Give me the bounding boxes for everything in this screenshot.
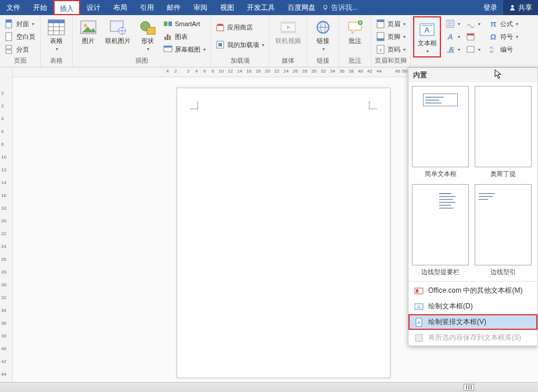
chevron-down-icon: ▾ [403,47,406,52]
group-media: 联机视频 媒体 [270,15,307,67]
svg-rect-19 [147,27,155,34]
textbox-icon: A [419,22,435,37]
smartart-button[interactable]: SmartArt [161,17,208,30]
cover-page-button[interactable]: 封面▾ [2,17,38,30]
svg-rect-7 [6,50,12,53]
page-break-icon [5,45,14,54]
tab-layout[interactable]: 布局 [107,0,134,15]
svg-rect-1 [325,9,326,10]
tab-view[interactable]: 视图 [214,0,241,15]
svg-rect-67 [415,335,422,341]
view-handle[interactable] [464,384,474,391]
gallery-item-simple[interactable]: ▬▬▬▬▬▬▬▬▬▬▬▬▬▬▬▬▬▬▬▬▬ 简单文本框 [412,86,469,178]
menubar: 文件 开始 插入 设计 布局 引用 邮件 审阅 视图 开发工具 百度网盘 告诉我… [0,0,538,15]
online-picture-icon [109,19,127,35]
tell-me[interactable]: 告诉我... [322,3,358,13]
comment-button[interactable]: 批注 [342,16,368,45]
svg-rect-22 [164,37,166,40]
tab-home[interactable]: 开始 [27,0,53,15]
svg-text:A: A [449,46,454,54]
group-label-addins: 加载项 [213,56,267,66]
vertical-textbox-icon: A [414,318,424,327]
table-button[interactable]: 表格▾ [43,16,70,53]
group-label-text [413,64,521,66]
svg-rect-9 [48,20,64,23]
dropdown-title: 内置 [408,68,537,82]
more-textboxes-office[interactable]: Office.com 中的其他文本框(M) [408,283,537,299]
svg-rect-57 [467,34,474,35]
blank-page-button[interactable]: 空白页 [2,30,38,43]
textbox-button-wrapper: A 文本框▾ [413,16,441,57]
svg-point-15 [84,24,87,27]
document-page[interactable] [177,88,390,378]
wordart-button[interactable]: A▾ [443,30,462,43]
svg-rect-20 [164,21,167,26]
textbox-button[interactable]: A 文本框▾ [415,19,439,55]
object-button[interactable]: ▾ [464,43,483,56]
cover-icon [5,19,14,28]
store-button[interactable]: 应用商店 [213,21,267,34]
gallery-item-quote[interactable]: ▬▬▬▬▬▬▬▬▬▬▬▬▬▬▬▬▬ 边线型引 [475,184,532,276]
svg-text:#1: #1 [490,46,494,49]
textbox-gallery: ▬▬▬▬▬▬▬▬▬▬▬▬▬▬▬▬▬▬▬▬▬ 简单文本框 奥斯丁提 ▬▬▬▬▬▬▬… [408,82,537,280]
screenshot-icon [163,45,173,54]
chevron-down-icon: ▾ [458,34,460,39]
equation-icon: π [489,19,498,28]
number-button[interactable]: #1#2编号 [486,43,521,56]
tab-references[interactable]: 引用 [134,0,160,15]
office-icon [414,286,424,296]
signature-button[interactable]: ▾ [464,17,483,30]
tab-mail[interactable]: 邮件 [160,0,187,15]
quick-parts-button[interactable]: ▾ [443,17,462,30]
pictures-button[interactable]: 图片 [75,16,102,45]
svg-rect-21 [168,21,172,26]
tab-design[interactable]: 设计 [80,0,107,15]
datetime-button[interactable] [464,30,483,43]
draw-textbox[interactable]: A 绘制文本框(D) [408,299,537,314]
save-icon [414,333,424,343]
svg-rect-26 [164,46,172,48]
header-button[interactable]: 页眉▾ [374,17,408,30]
my-addins-button[interactable]: 我的加载项▾ [213,38,267,51]
vertical-ruler[interactable]: 22 46 810 1214 1618 2022 2426 2830 3234 … [0,67,13,382]
chevron-down-icon: ▾ [458,21,460,27]
drop-cap-button[interactable]: A▾ [443,43,462,56]
gallery-item-sidebar[interactable]: ▬▬▬▬▬▬▬▬▬▬▬▬▬▬▬▬▬▬▬▬▬▬▬▬▬▬▬▬▬▬▬▬▬▬▬▬ 边线型… [412,184,469,276]
links-button[interactable]: 链接▾ [310,16,336,53]
share-button[interactable]: 共享 [503,0,538,15]
tab-dev[interactable]: 开发工具 [241,0,281,15]
page-break-button[interactable]: 分页 [2,43,38,56]
symbol-button[interactable]: Ω符号▾ [486,30,521,43]
gallery-item-austin[interactable]: 奥斯丁提 [475,86,532,178]
chevron-down-icon: ▾ [516,34,518,39]
wordart-icon: A [446,32,455,41]
group-label-illustrations: 插图 [75,56,208,66]
tab-file[interactable]: 文件 [0,0,27,15]
tab-baidu[interactable]: 百度网盘 [281,0,322,15]
chevron-down-icon: ▾ [203,47,206,52]
online-video-button[interactable]: 联机视频 [272,16,304,45]
shapes-button[interactable]: 形状▾ [134,16,161,53]
chevron-down-icon: ▾ [32,21,34,27]
svg-rect-62 [416,289,418,293]
online-pictures-button[interactable]: 联机图片 [102,16,134,45]
group-label-comments: 批注 [342,56,368,66]
statusbar [0,382,538,392]
chart-button[interactable]: 图表 [161,30,208,43]
screenshot-button[interactable]: 屏幕截图▾ [161,43,208,56]
tab-insert[interactable]: 插入 [53,0,80,15]
share-label: 共享 [518,3,532,13]
smartart-icon [163,19,173,28]
svg-text:#: # [379,48,382,53]
page-number-button[interactable]: #页码▾ [374,43,408,56]
symbol-icon: Ω [489,32,498,41]
login-button[interactable]: 登录 [478,0,503,15]
dropcap-icon: A [446,45,455,54]
equation-button[interactable]: π公式▾ [486,17,521,30]
svg-rect-31 [281,22,295,24]
tab-review[interactable]: 审阅 [187,0,214,15]
draw-vertical-textbox[interactable]: A 绘制竖排文本框(V) [408,314,537,330]
svg-text:A: A [447,33,453,41]
chevron-down-icon: ▾ [403,21,406,27]
footer-button[interactable]: 页脚▾ [374,30,408,43]
